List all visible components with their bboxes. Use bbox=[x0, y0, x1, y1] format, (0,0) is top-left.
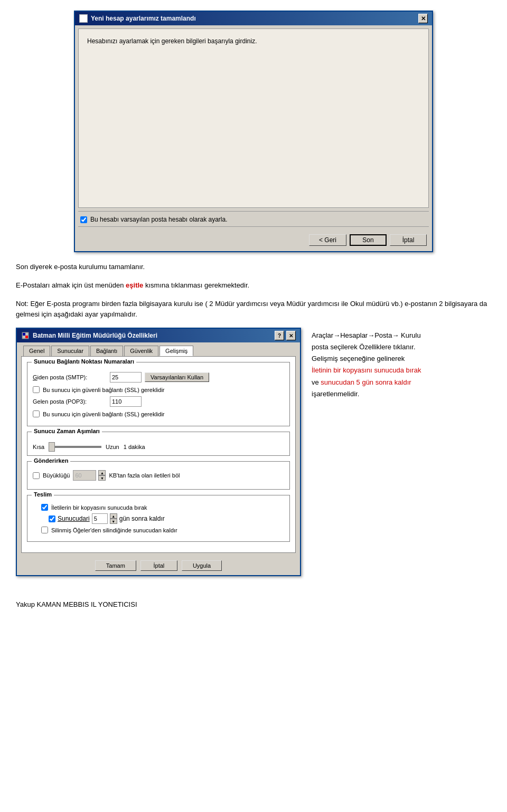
slider-row: Kısa Uzun 1 dakika bbox=[33, 444, 284, 450]
gun-spinner-input[interactable] bbox=[92, 513, 108, 524]
ssl1-label: Bu sunucu için güvenli bağlantı (SSL) ge… bbox=[43, 387, 165, 393]
footer-text: Yakup KAMAN MEBBIS IL YONETICISI bbox=[16, 600, 137, 608]
silinmis-row[interactable]: Silinmiş Öğeler'den silindiğinde sunucud… bbox=[33, 527, 284, 533]
right-line1: Araçlar→Hesaplar→Posta→ Kurulu bbox=[312, 330, 491, 341]
ssl2-row[interactable]: Bu sunucu için güvenli bağlantı (SSL) ge… bbox=[33, 410, 284, 417]
second-dialog-footer: Tamam İptal Uygula bbox=[17, 556, 300, 575]
sunucudari-label: Sunucudari bbox=[58, 515, 90, 522]
close-icon[interactable]: ✕ bbox=[418, 14, 428, 23]
second-dialog: Batman Milli Eğitim Müdürlüğü Özellikler… bbox=[16, 328, 301, 576]
right-line5: ve sunucudan 5 gün sonra kaldır bbox=[312, 377, 491, 388]
giden-posta-label-rest: iden posta (SMTP): bbox=[37, 374, 88, 380]
iptal-button[interactable]: İptal bbox=[390, 234, 427, 246]
gonderirken-section: Gönderirken Büyüklüğü ▲ ▼ KB'tan fazla bbox=[27, 461, 290, 490]
tamam-button[interactable]: Tamam bbox=[95, 560, 136, 571]
tab-baglanti[interactable]: Bağlantı bbox=[90, 346, 123, 356]
tab-gelismis[interactable]: Gelişmiş bbox=[159, 346, 193, 356]
silinmis-checkbox[interactable] bbox=[41, 527, 48, 533]
top-dialog-body-text: Hesabınızı ayarlamak için gereken bilgil… bbox=[87, 37, 420, 45]
dialog2-iptal-button[interactable]: İptal bbox=[140, 560, 177, 571]
gelen-posta-label: Gelen posta (POP3): bbox=[33, 398, 107, 405]
uygula-button[interactable]: Uygula bbox=[182, 560, 222, 571]
gun-spinner-btns[interactable]: ▲ ▼ bbox=[110, 513, 117, 524]
checkbox-area: Bu hesabı varsayılan posta hesabı olarak… bbox=[75, 216, 432, 226]
silinmis-label: Silinmiş Öğeler'den silindiğinde sunucud… bbox=[51, 527, 177, 533]
tab-content-gelismis: Sunucu Bağlantı Noktası Numaraları Giden… bbox=[21, 356, 296, 553]
iletilerin-checkbox[interactable] bbox=[41, 504, 48, 511]
second-dialog-titlebar: Batman Milli Eğitim Müdürlüğü Özellikler… bbox=[17, 329, 300, 342]
para2-highlight: eşitle bbox=[126, 281, 143, 289]
gun-spinner-up-icon[interactable]: ▲ bbox=[110, 513, 117, 519]
default-account-label: Bu hesabı varsayılan posta hesabı olarak… bbox=[90, 216, 228, 223]
svg-rect-1 bbox=[23, 333, 25, 336]
separator2 bbox=[78, 226, 429, 227]
gun-label: gün sonra kaldır bbox=[119, 515, 165, 522]
slider-uzun-label: Uzun bbox=[106, 444, 119, 450]
slider-thumb[interactable] bbox=[49, 442, 55, 452]
para3-text: Not: Eğer E-posta programı birden fazla … bbox=[16, 300, 487, 319]
spinner-down-icon[interactable]: ▼ bbox=[98, 475, 106, 481]
slider-value: 1 dakika bbox=[124, 444, 145, 450]
teslim-section: Teslim İletilerin bir kopyasını sunucuda… bbox=[27, 495, 290, 542]
right-line5-prefix: ve bbox=[312, 378, 321, 386]
sunucudari-row[interactable]: Sunucudari ▲ ▼ gün sonra kaldır bbox=[33, 513, 284, 524]
top-dialog-title: Yeni hesap ayarlarımız tamamlandı bbox=[91, 15, 196, 22]
zaman-label: Sunucu Zaman Aşımları bbox=[32, 428, 102, 434]
bottom-section: Batman Milli Eğitim Müdürlüğü Özellikler… bbox=[16, 328, 491, 576]
giden-posta-row: Giden posta (SMTP): Varsayılanları Kulla… bbox=[33, 372, 284, 383]
right-column: Araçlar→Hesaplar→Posta→ Kurulu posta seç… bbox=[312, 328, 491, 400]
gelen-posta-row: Gelen posta (POP3): bbox=[33, 396, 284, 407]
buyuklugu-spinner[interactable]: ▲ ▼ bbox=[73, 470, 106, 481]
paragraph2: E-Postaları almak için üst menüden eşitl… bbox=[16, 280, 491, 291]
default-account-checkbox[interactable] bbox=[80, 216, 87, 223]
ssl1-checkbox[interactable] bbox=[33, 386, 40, 393]
buyuklugu-label: Büyüklüğü bbox=[43, 472, 70, 479]
son-button[interactable]: Son bbox=[350, 234, 387, 246]
spinner-up-icon[interactable]: ▲ bbox=[98, 470, 106, 475]
giden-posta-label: Giden posta (SMTP): bbox=[33, 374, 107, 380]
top-dialog-body: Hesabınızı ayarlamak için gereken bilgil… bbox=[78, 28, 429, 208]
help-icon[interactable]: ? bbox=[275, 331, 284, 340]
tab-genel[interactable]: Genel bbox=[23, 346, 50, 356]
para1-text: Son diyerek e-posta kurulumu tamamlanır. bbox=[16, 263, 145, 271]
sunucudari-checkbox[interactable] bbox=[49, 515, 55, 522]
ssl2-checkbox[interactable] bbox=[33, 410, 40, 417]
page-footer: Yakup KAMAN MEBBIS IL YONETICISI bbox=[11, 597, 496, 612]
gonderirken-label: Gönderirken bbox=[32, 457, 70, 464]
kb-label: KB'tan fazla olan iletileri böl bbox=[109, 472, 180, 479]
second-dialog-body: Genel Sunucular Bağlantı Güvenlik Gelişm… bbox=[17, 342, 300, 556]
buyuklugu-checkbox[interactable] bbox=[33, 472, 40, 479]
tab-sunucular[interactable]: Sunucular bbox=[51, 346, 89, 356]
gun-spinner-down-icon[interactable]: ▼ bbox=[110, 519, 117, 524]
slider-kisa-label: Kısa bbox=[33, 444, 44, 450]
slider-track[interactable] bbox=[49, 446, 101, 448]
buyuklugu-input[interactable] bbox=[73, 470, 96, 481]
ssl2-label: Bu sunucu için güvenli bağlantı (SSL) ge… bbox=[43, 411, 165, 417]
baglanti-noktasi-section: Sunucu Bağlantı Noktası Numaraları Giden… bbox=[27, 362, 290, 426]
tab-guvenlik[interactable]: Güvenlik bbox=[124, 346, 158, 356]
right-line5-red: sunucudan 5 gün sonra kaldır bbox=[321, 378, 411, 386]
paragraph1: Son diyerek e-posta kurulumu tamamlanır. bbox=[16, 262, 491, 273]
top-dialog-titlebar: ✉ Yeni hesap ayarlarımız tamamlandı ✕ bbox=[75, 12, 432, 25]
close2-icon[interactable]: ✕ bbox=[286, 331, 296, 340]
iletilerin-row[interactable]: İletilerin bir kopyasını sunucuda bırak bbox=[33, 504, 284, 511]
separator bbox=[78, 211, 429, 212]
paragraph3: Not: Eğer E-posta programı birden fazla … bbox=[16, 299, 491, 321]
svg-rect-2 bbox=[25, 336, 28, 338]
iletilerin-label: İletilerin bir kopyasını sunucuda bırak bbox=[51, 504, 147, 511]
giden-posta-input[interactable] bbox=[110, 372, 142, 383]
gelen-posta-input[interactable] bbox=[110, 396, 142, 407]
right-line4: İletinin bir kopyasını sunucuda bırak bbox=[312, 365, 491, 376]
geri-button[interactable]: < Geri bbox=[309, 234, 346, 246]
dialog2-icon bbox=[21, 331, 30, 340]
right-line3: Gelişmiş seçeneğine gelinerek bbox=[312, 353, 491, 365]
buyuklugu-spinner-btns[interactable]: ▲ ▼ bbox=[98, 470, 106, 481]
default-account-row[interactable]: Bu hesabı varsayılan posta hesabı olarak… bbox=[80, 216, 228, 223]
buyuklugu-row[interactable]: Büyüklüğü ▲ ▼ KB'tan fazla olan iletiler… bbox=[33, 470, 284, 481]
top-dialog-footer: < Geri Son İptal bbox=[75, 231, 432, 251]
right-line2: posta seçilerek Özelliklere tıklanır. bbox=[312, 341, 491, 353]
ssl1-row[interactable]: Bu sunucu için güvenli bağlantı (SSL) ge… bbox=[33, 386, 284, 393]
second-dialog-title: Batman Milli Eğitim Müdürlüğü Özellikler… bbox=[33, 332, 157, 339]
varsayilan-button[interactable]: Varsayılanları Kullan bbox=[145, 372, 209, 382]
zaman-section: Sunucu Zaman Aşımları Kısa Uzun 1 dakika bbox=[27, 432, 290, 456]
